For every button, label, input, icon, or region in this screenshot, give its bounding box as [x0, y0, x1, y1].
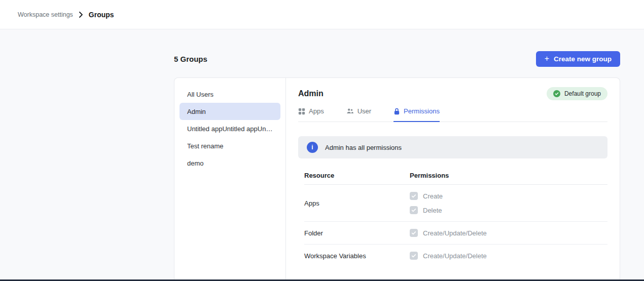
create-new-group-button[interactable]: + Create new group [536, 51, 620, 67]
permissions-table: Resource Permissions Apps Create [298, 167, 607, 267]
info-icon: i [307, 142, 318, 153]
group-list-item-demo[interactable]: demo [180, 154, 280, 172]
create-new-group-button-label: Create new group [554, 55, 612, 63]
resource-label: Workspace Variables [304, 252, 410, 260]
breadcrumb-workspace-settings[interactable]: Workspace settings [18, 11, 73, 18]
group-title: Admin [298, 89, 324, 98]
default-group-badge: Default group [547, 87, 607, 100]
permissions-cell: Create/Update/Delete [410, 229, 607, 237]
tab-permissions[interactable]: Permissions [393, 107, 440, 122]
group-list-item-test-rename[interactable]: Test rename [180, 137, 280, 154]
group-list-item-all-users[interactable]: All Users [180, 86, 280, 103]
checkbox-label: Create/Update/Delete [423, 252, 487, 260]
group-list: All Users Admin Untitled appUntitled app… [174, 78, 286, 281]
main-content: 5 Groups + Create new group All Users Ad… [174, 51, 620, 281]
column-header-resource: Resource [304, 172, 410, 179]
plus-icon: + [545, 55, 549, 63]
tab-bar: Apps User Permissions [298, 107, 607, 122]
resource-label: Apps [304, 199, 410, 207]
table-row-folder: Folder Create/Update/Delete [304, 222, 607, 245]
tab-user[interactable]: User [346, 107, 371, 122]
checkbox-label: Delete [423, 207, 442, 214]
tab-apps[interactable]: Apps [298, 107, 324, 122]
group-list-item-label: All Users [187, 91, 213, 98]
permissions-cell: Create/Update/Delete [410, 252, 607, 260]
group-list-item-untitled-app[interactable]: Untitled appUntitled appUntitle… [180, 120, 280, 137]
group-detail-header: Admin Default group [298, 87, 607, 100]
breadcrumb: Workspace settings Groups [18, 11, 114, 19]
checkbox-checked-icon [410, 252, 418, 260]
checkbox-checked-icon [410, 206, 418, 214]
info-banner-text: Admin has all permissions [325, 144, 402, 151]
checkbox-label: Create [423, 192, 443, 200]
users-icon [346, 107, 354, 115]
checkbox-apps-create[interactable]: Create [410, 192, 607, 200]
table-header-row: Resource Permissions [304, 167, 607, 185]
workspace-groups-page: Workspace settings Groups 5 Groups + Cre… [0, 0, 644, 281]
apps-grid-icon [298, 108, 305, 115]
group-list-item-label: demo [187, 159, 204, 167]
top-header: Workspace settings Groups [0, 0, 644, 29]
group-list-item-label: Admin [187, 108, 206, 115]
breadcrumb-current-groups: Groups [89, 11, 114, 19]
info-banner: i Admin has all permissions [298, 136, 607, 158]
checkbox-folder-cud[interactable]: Create/Update/Delete [410, 229, 607, 237]
checkbox-label: Create/Update/Delete [423, 229, 487, 237]
tab-apps-label: Apps [309, 107, 324, 115]
chevron-right-icon [79, 12, 83, 18]
column-header-permissions: Permissions [410, 172, 607, 179]
tab-permissions-label: Permissions [404, 107, 440, 115]
check-circle-icon [553, 90, 560, 97]
group-detail-panel: Admin Default group Apps [286, 78, 620, 281]
permissions-cell: Create Delete [410, 192, 607, 214]
checkbox-checked-icon [410, 229, 418, 237]
tab-user-label: User [357, 107, 371, 115]
group-list-item-admin[interactable]: Admin [180, 103, 280, 120]
groups-toolbar: 5 Groups + Create new group [174, 51, 620, 67]
group-list-item-label: Untitled appUntitled appUntitle… [187, 125, 273, 133]
table-row-apps: Apps Create [304, 185, 607, 222]
groups-count-label: 5 Groups [174, 55, 207, 63]
lock-icon [393, 108, 400, 115]
checkbox-workspace-variables-cud[interactable]: Create/Update/Delete [410, 252, 607, 260]
groups-card: All Users Admin Untitled appUntitled app… [174, 77, 620, 281]
default-group-badge-label: Default group [564, 90, 601, 97]
checkbox-checked-icon [410, 192, 418, 200]
group-list-item-label: Test rename [187, 142, 224, 150]
table-row-workspace-variables: Workspace Variables Create/Update/Delete [304, 245, 607, 267]
checkbox-apps-delete[interactable]: Delete [410, 206, 607, 214]
resource-label: Folder [304, 229, 410, 237]
